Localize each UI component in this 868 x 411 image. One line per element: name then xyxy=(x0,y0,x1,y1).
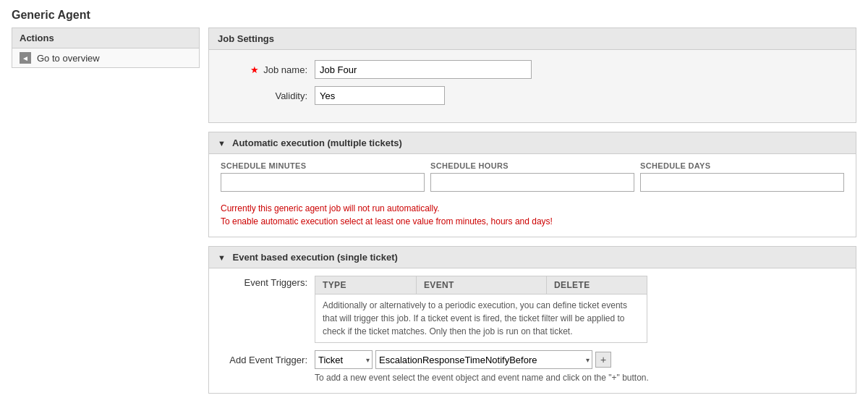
job-settings-body: ★ Job name: Validity: xyxy=(209,50,856,122)
col-type-header: TYPE xyxy=(315,276,417,294)
validity-label: Validity: xyxy=(221,90,307,101)
event-table-wrapper: TYPE EVENT DELETE Additionally or altern… xyxy=(315,276,647,343)
ticket-type-select[interactable]: Ticket xyxy=(315,350,373,369)
sidebar: Actions ◄ Go to overview xyxy=(12,27,200,402)
content-area: Job Settings ★ Job name: Validity: xyxy=(208,27,856,402)
schedule-minutes-label: SCHEDULE MINUTES xyxy=(221,161,425,170)
back-arrow-icon: ◄ xyxy=(20,52,31,64)
sidebar-item-overview[interactable]: ◄ Go to overview xyxy=(12,48,200,68)
job-name-label: ★ Job name: xyxy=(221,64,307,75)
job-name-row: ★ Job name: xyxy=(221,60,844,79)
event-triggers-row: Event Triggers: TYPE EVENT DELETE Additi… xyxy=(221,276,844,343)
add-trigger-hint: To add a new event select the event obje… xyxy=(221,373,844,383)
event-execution-body: Event Triggers: TYPE EVENT DELETE Additi… xyxy=(209,268,856,393)
warning-text: Currently this generic agent job will no… xyxy=(209,196,856,237)
schedule-days-col: SCHEDULE DAYS xyxy=(640,161,844,192)
schedule-minutes-col: SCHEDULE MINUTES xyxy=(221,161,425,192)
event-table: TYPE EVENT DELETE Additionally or altern… xyxy=(315,276,647,343)
add-trigger-label: Add Event Trigger: xyxy=(221,355,307,365)
required-star: ★ xyxy=(250,64,259,75)
automatic-execution-header: ▼ Automatic execution (multiple tickets) xyxy=(209,132,856,154)
schedule-days-label: SCHEDULE DAYS xyxy=(640,161,844,170)
sidebar-section-title: Actions xyxy=(12,27,200,48)
add-trigger-button[interactable]: + xyxy=(595,352,611,368)
schedule-area: SCHEDULE MINUTES SCHEDULE HOURS SCHEDULE… xyxy=(209,154,856,196)
job-settings-header: Job Settings xyxy=(209,28,856,50)
job-settings-panel: Job Settings ★ Job name: Validity: xyxy=(208,27,856,123)
event-toggle-arrow-icon: ▼ xyxy=(218,253,226,262)
ticket-type-select-wrapper: Ticket xyxy=(315,350,373,369)
event-name-select[interactable]: EscalationResponseTimeNotifyBefore xyxy=(375,350,592,369)
sidebar-item-label: Go to overview xyxy=(37,53,100,64)
automatic-execution-body: SCHEDULE MINUTES SCHEDULE HOURS SCHEDULE… xyxy=(209,154,856,237)
schedule-hours-col: SCHEDULE HOURS xyxy=(430,161,634,192)
job-name-input[interactable] xyxy=(315,60,532,79)
schedule-minutes-input[interactable] xyxy=(221,173,425,192)
event-triggers-label: Event Triggers: xyxy=(221,276,307,343)
page-title: Generic Agent xyxy=(0,0,868,27)
col-event-header: EVENT xyxy=(417,276,547,294)
event-name-select-wrapper: EscalationResponseTimeNotifyBefore xyxy=(375,350,592,369)
schedule-days-input[interactable] xyxy=(640,173,844,192)
event-execution-panel: ▼ Event based execution (single ticket) … xyxy=(208,246,856,394)
event-table-body: Additionally or alternatively to a perio… xyxy=(315,295,647,342)
schedule-hours-label: SCHEDULE HOURS xyxy=(430,161,634,170)
schedule-hours-input[interactable] xyxy=(430,173,634,192)
add-trigger-controls: Ticket EscalationResponseTimeNotifyBefor… xyxy=(315,350,611,369)
validity-row: Validity: xyxy=(221,86,844,105)
event-table-header: TYPE EVENT DELETE xyxy=(315,276,647,295)
event-execution-header: ▼ Event based execution (single ticket) xyxy=(209,247,856,268)
automatic-execution-panel: ▼ Automatic execution (multiple tickets)… xyxy=(208,132,856,237)
toggle-arrow-icon: ▼ xyxy=(218,139,226,148)
col-delete-header: DELETE xyxy=(547,276,647,294)
validity-input[interactable] xyxy=(315,86,445,105)
add-trigger-row: Add Event Trigger: Ticket EscalationResp… xyxy=(221,350,844,369)
